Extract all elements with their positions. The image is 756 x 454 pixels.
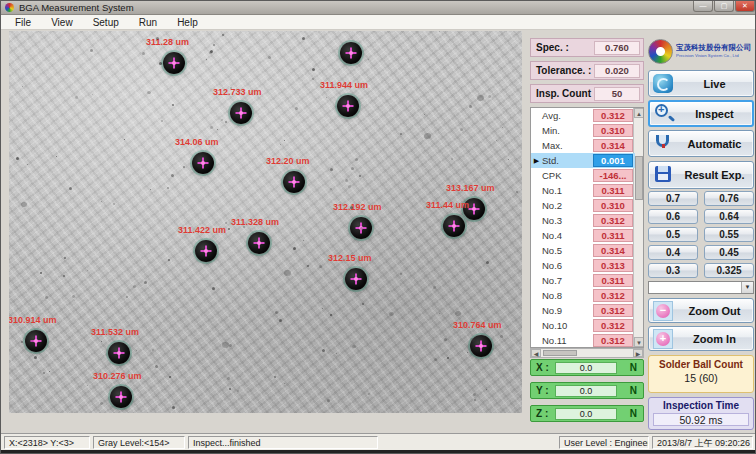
result-row-no6[interactable]: No.60.313 — [531, 258, 635, 273]
result-row-no9[interactable]: No.90.312 — [531, 303, 635, 318]
solder-ball[interactable] — [345, 268, 367, 290]
row-gutter — [531, 258, 542, 273]
axis-x-value[interactable]: 0.0 — [555, 362, 617, 374]
image-noise-speck — [274, 376, 276, 378]
image-noise-speck — [330, 314, 332, 316]
spec-value[interactable]: 0.760 — [594, 41, 640, 55]
solder-ball[interactable] — [230, 102, 252, 124]
row-gutter — [531, 123, 542, 138]
result-row-std[interactable]: ▶Std.0.001 — [531, 153, 635, 168]
inspection-time-label: Inspection Time — [649, 400, 753, 411]
solder-ball[interactable] — [110, 386, 132, 408]
result-row-no5[interactable]: No.50.314 — [531, 243, 635, 258]
image-noise-speck — [133, 285, 136, 288]
image-noise-speck — [439, 31, 440, 32]
menu-item-help[interactable]: Help — [167, 17, 208, 28]
solder-ball[interactable] — [340, 42, 362, 64]
result-row-no1[interactable]: No.10.311 — [531, 183, 635, 198]
image-noise-speck — [69, 187, 72, 190]
menu-item-setup[interactable]: Setup — [83, 17, 129, 28]
result-row-avg[interactable]: Avg.0.312 — [531, 108, 635, 123]
scroll-right-icon[interactable]: ▶ — [633, 349, 643, 357]
image-noise-speck — [327, 399, 330, 402]
solder-ball[interactable] — [443, 215, 465, 237]
preset-button-0.76[interactable]: 0.76 — [704, 191, 754, 206]
zoom-in-button[interactable]: + Zoom In — [648, 326, 754, 351]
preset-button-0.7[interactable]: 0.7 — [648, 191, 698, 206]
preset-button-0.6[interactable]: 0.6 — [648, 209, 698, 224]
menu-item-file[interactable]: File — [5, 17, 41, 28]
inspect-button[interactable]: Inspect — [648, 100, 754, 127]
window-title: BGA Measurement System — [19, 2, 134, 13]
result-row-min[interactable]: Min.0.310 — [531, 123, 635, 138]
automatic-button[interactable]: Automatic — [648, 130, 754, 157]
results-horizontal-scrollbar[interactable]: ◀ ▶ — [530, 348, 644, 358]
camera-image-view[interactable]: 311.28 um312.733 um311.944 um314.06 um31… — [9, 31, 522, 413]
solder-ball[interactable] — [248, 232, 270, 254]
solder-ball[interactable] — [192, 152, 214, 174]
minimize-button[interactable]: — — [693, 1, 713, 12]
close-button[interactable]: ✕ — [735, 1, 755, 12]
crosshair-icon — [292, 180, 296, 184]
preset-button-0.3[interactable]: 0.3 — [648, 263, 698, 278]
scroll-up-icon[interactable]: ▲ — [634, 108, 644, 118]
inspection-time-value: 50.92 ms — [653, 413, 749, 426]
image-noise-speck — [336, 353, 337, 354]
result-export-button[interactable]: Result Exp. — [648, 161, 754, 189]
magnet-icon — [652, 133, 676, 155]
results-list[interactable]: ▲ ▼ Avg.0.312Min.0.310Max.0.314▶Std.0.00… — [530, 107, 644, 348]
image-smudge — [21, 202, 27, 207]
solder-ball[interactable] — [283, 171, 305, 193]
preset-dropdown[interactable]: ▼ — [648, 281, 754, 294]
scrollbar-thumb[interactable] — [635, 156, 643, 200]
solder-ball-count-box: Solder Ball Count 15 (60) — [648, 355, 754, 393]
image-noise-speck — [360, 227, 363, 230]
image-noise-speck — [156, 37, 159, 40]
image-noise-speck — [488, 95, 491, 98]
preset-button-0.64[interactable]: 0.64 — [704, 209, 754, 224]
result-row-no4[interactable]: No.40.311 — [531, 228, 635, 243]
image-noise-speck — [439, 313, 440, 314]
maximize-button[interactable]: ▢ — [714, 1, 734, 12]
preset-button-0.5[interactable]: 0.5 — [648, 227, 698, 242]
scrollbar-thumb[interactable] — [543, 350, 577, 356]
solder-ball[interactable] — [163, 52, 185, 74]
solder-ball[interactable] — [195, 240, 217, 262]
scroll-down-icon[interactable]: ▼ — [634, 337, 644, 347]
image-noise-speck — [482, 336, 483, 337]
menu-item-view[interactable]: View — [41, 17, 83, 28]
image-noise-speck — [243, 226, 245, 228]
scroll-left-icon[interactable]: ◀ — [531, 349, 541, 357]
zoom-out-button[interactable]: − Zoom Out — [648, 298, 754, 323]
result-row-no7[interactable]: No.70.311 — [531, 273, 635, 288]
result-row-no8[interactable]: No.80.312 — [531, 288, 635, 303]
preset-button-0.45[interactable]: 0.45 — [704, 245, 754, 260]
result-row-cpk[interactable]: CPK-146... — [531, 168, 635, 183]
image-noise-speck — [16, 157, 19, 160]
result-row-no3[interactable]: No.30.312 — [531, 213, 635, 228]
solder-ball[interactable] — [108, 342, 130, 364]
solder-ball[interactable] — [25, 330, 47, 352]
tolerance-value[interactable]: 0.020 — [594, 64, 640, 78]
result-value: 0.312 — [593, 319, 633, 332]
title-bar[interactable]: BGA Measurement System — [1, 1, 756, 15]
preset-button-0.55[interactable]: 0.55 — [704, 227, 754, 242]
result-value: 0.310 — [593, 124, 633, 137]
image-noise-speck — [229, 344, 232, 347]
image-noise-speck — [486, 261, 489, 264]
menu-item-run[interactable]: Run — [129, 17, 167, 28]
preset-button-0.325[interactable]: 0.325 — [704, 263, 754, 278]
result-row-no11[interactable]: No.110.312 — [531, 333, 635, 348]
preset-button-0.4[interactable]: 0.4 — [648, 245, 698, 260]
solder-ball[interactable] — [337, 95, 359, 117]
result-row-max[interactable]: Max.0.314 — [531, 138, 635, 153]
image-noise-speck — [168, 259, 170, 261]
axis-z-value[interactable]: 0.0 — [555, 408, 617, 420]
result-value: 0.312 — [593, 214, 633, 227]
live-button[interactable]: Live — [648, 70, 754, 97]
axis-y-value[interactable]: 0.0 — [555, 385, 617, 397]
image-noise-speck — [312, 78, 314, 80]
result-row-no2[interactable]: No.20.310 — [531, 198, 635, 213]
result-row-no10[interactable]: No.100.312 — [531, 318, 635, 333]
insp-count-value[interactable]: 50 — [594, 87, 640, 101]
